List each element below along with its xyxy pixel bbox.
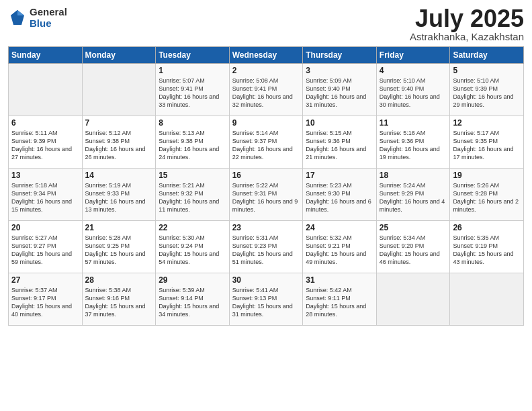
calendar-cell: 28Sunrise: 5:38 AMSunset: 9:16 PMDayligh… xyxy=(82,273,156,326)
calendar-cell: 24Sunrise: 5:32 AMSunset: 9:21 PMDayligh… xyxy=(303,221,377,273)
cell-info: Sunrise: 5:27 AMSunset: 9:27 PMDaylight:… xyxy=(11,234,79,267)
cell-info: Sunrise: 5:42 AMSunset: 9:11 PMDaylight:… xyxy=(306,286,373,319)
calendar-cell: 25Sunrise: 5:34 AMSunset: 9:20 PMDayligh… xyxy=(376,221,450,273)
calendar-cell: 18Sunrise: 5:24 AMSunset: 9:29 PMDayligh… xyxy=(376,169,450,221)
day-number: 20 xyxy=(11,223,79,232)
cell-info: Sunrise: 5:17 AMSunset: 9:35 PMDaylight:… xyxy=(453,129,521,162)
calendar-cell: 14Sunrise: 5:19 AMSunset: 9:33 PMDayligh… xyxy=(82,169,156,221)
cell-info: Sunrise: 5:31 AMSunset: 9:23 PMDaylight:… xyxy=(232,234,300,267)
cell-info: Sunrise: 5:15 AMSunset: 9:36 PMDaylight:… xyxy=(306,129,373,162)
calendar-cell: 22Sunrise: 5:30 AMSunset: 9:24 PMDayligh… xyxy=(156,221,230,273)
week-row-1: 1Sunrise: 5:07 AMSunset: 9:41 PMDaylight… xyxy=(9,64,524,116)
calendar-cell: 4Sunrise: 5:10 AMSunset: 9:40 PMDaylight… xyxy=(376,64,450,116)
calendar-cell: 7Sunrise: 5:12 AMSunset: 9:38 PMDaylight… xyxy=(82,116,156,169)
day-number: 27 xyxy=(11,275,79,285)
day-number: 18 xyxy=(380,171,447,180)
cell-info: Sunrise: 5:24 AMSunset: 9:29 PMDaylight:… xyxy=(380,181,447,214)
cell-info: Sunrise: 5:32 AMSunset: 9:21 PMDaylight:… xyxy=(306,234,373,267)
calendar-cell: 29Sunrise: 5:39 AMSunset: 9:14 PMDayligh… xyxy=(156,273,230,326)
location-title: Astrakhanka, Kazakhstan xyxy=(410,31,524,42)
header-day-wednesday: Wednesday xyxy=(229,47,303,64)
calendar-cell xyxy=(82,64,156,116)
day-number: 2 xyxy=(232,66,300,75)
calendar-cell: 13Sunrise: 5:18 AMSunset: 9:34 PMDayligh… xyxy=(9,169,83,221)
cell-info: Sunrise: 5:08 AMSunset: 9:41 PMDaylight:… xyxy=(232,77,300,109)
cell-info: Sunrise: 5:38 AMSunset: 9:16 PMDaylight:… xyxy=(85,286,153,319)
day-number: 5 xyxy=(453,66,521,75)
calendar-cell: 9Sunrise: 5:14 AMSunset: 9:37 PMDaylight… xyxy=(229,116,303,169)
day-number: 8 xyxy=(159,118,226,128)
day-number: 17 xyxy=(306,171,373,180)
cell-info: Sunrise: 5:12 AMSunset: 9:38 PMDaylight:… xyxy=(85,129,153,162)
calendar-cell xyxy=(450,273,524,326)
week-row-2: 6Sunrise: 5:11 AMSunset: 9:39 PMDaylight… xyxy=(9,116,524,169)
logo-general: General xyxy=(30,7,67,18)
day-number: 26 xyxy=(453,223,521,232)
cell-info: Sunrise: 5:18 AMSunset: 9:34 PMDaylight:… xyxy=(11,181,79,214)
day-number: 13 xyxy=(11,171,79,180)
calendar-cell: 12Sunrise: 5:17 AMSunset: 9:35 PMDayligh… xyxy=(450,116,524,169)
cell-info: Sunrise: 5:14 AMSunset: 9:37 PMDaylight:… xyxy=(232,129,300,162)
calendar-cell: 11Sunrise: 5:16 AMSunset: 9:36 PMDayligh… xyxy=(376,116,450,169)
day-number: 14 xyxy=(85,171,153,180)
calendar-cell: 20Sunrise: 5:27 AMSunset: 9:27 PMDayligh… xyxy=(9,221,83,273)
day-number: 29 xyxy=(159,275,226,285)
day-number: 31 xyxy=(306,275,373,285)
calendar-cell: 26Sunrise: 5:35 AMSunset: 9:19 PMDayligh… xyxy=(450,221,524,273)
calendar-cell: 6Sunrise: 5:11 AMSunset: 9:39 PMDaylight… xyxy=(9,116,83,169)
header-day-sunday: Sunday xyxy=(9,47,83,64)
month-title: July 2025 xyxy=(410,7,524,31)
cell-info: Sunrise: 5:39 AMSunset: 9:14 PMDaylight:… xyxy=(159,286,226,319)
svg-marker-2 xyxy=(11,10,17,15)
cell-info: Sunrise: 5:28 AMSunset: 9:25 PMDaylight:… xyxy=(85,234,153,267)
header-day-saturday: Saturday xyxy=(450,47,524,64)
calendar-cell: 16Sunrise: 5:22 AMSunset: 9:31 PMDayligh… xyxy=(229,169,303,221)
week-row-4: 20Sunrise: 5:27 AMSunset: 9:27 PMDayligh… xyxy=(9,221,524,273)
day-number: 11 xyxy=(380,118,447,128)
day-number: 3 xyxy=(306,66,373,75)
day-number: 25 xyxy=(380,223,447,232)
day-number: 22 xyxy=(159,223,226,232)
calendar-header-row: SundayMondayTuesdayWednesdayThursdayFrid… xyxy=(9,47,524,64)
cell-info: Sunrise: 5:19 AMSunset: 9:33 PMDaylight:… xyxy=(85,181,153,214)
calendar-cell: 31Sunrise: 5:42 AMSunset: 9:11 PMDayligh… xyxy=(303,273,377,326)
svg-marker-1 xyxy=(17,10,24,15)
header-day-tuesday: Tuesday xyxy=(156,47,230,64)
cell-info: Sunrise: 5:22 AMSunset: 9:31 PMDaylight:… xyxy=(232,181,300,214)
header-day-thursday: Thursday xyxy=(303,47,377,64)
calendar-cell: 30Sunrise: 5:41 AMSunset: 9:13 PMDayligh… xyxy=(229,273,303,326)
header-day-monday: Monday xyxy=(82,47,156,64)
day-number: 23 xyxy=(232,223,300,232)
cell-info: Sunrise: 5:09 AMSunset: 9:40 PMDaylight:… xyxy=(306,77,373,109)
cell-info: Sunrise: 5:10 AMSunset: 9:40 PMDaylight:… xyxy=(380,77,447,109)
day-number: 9 xyxy=(232,118,300,128)
cell-info: Sunrise: 5:26 AMSunset: 9:28 PMDaylight:… xyxy=(453,181,521,214)
calendar-cell: 8Sunrise: 5:13 AMSunset: 9:38 PMDaylight… xyxy=(156,116,230,169)
calendar-cell: 2Sunrise: 5:08 AMSunset: 9:41 PMDaylight… xyxy=(229,64,303,116)
logo-icon xyxy=(8,9,27,28)
calendar-container: General Blue July 2025 Astrakhanka, Kaza… xyxy=(0,0,532,332)
week-row-5: 27Sunrise: 5:37 AMSunset: 9:17 PMDayligh… xyxy=(9,273,524,326)
day-number: 21 xyxy=(85,223,153,232)
calendar-cell: 10Sunrise: 5:15 AMSunset: 9:36 PMDayligh… xyxy=(303,116,377,169)
week-row-3: 13Sunrise: 5:18 AMSunset: 9:34 PMDayligh… xyxy=(9,169,524,221)
cell-info: Sunrise: 5:11 AMSunset: 9:39 PMDaylight:… xyxy=(11,129,79,162)
calendar-cell: 3Sunrise: 5:09 AMSunset: 9:40 PMDaylight… xyxy=(303,64,377,116)
logo-blue: Blue xyxy=(30,18,67,30)
calendar-cell: 1Sunrise: 5:07 AMSunset: 9:41 PMDaylight… xyxy=(156,64,230,116)
calendar-cell: 5Sunrise: 5:10 AMSunset: 9:39 PMDaylight… xyxy=(450,64,524,116)
day-number: 15 xyxy=(159,171,226,180)
calendar-cell xyxy=(376,273,450,326)
cell-info: Sunrise: 5:30 AMSunset: 9:24 PMDaylight:… xyxy=(159,234,226,267)
day-number: 19 xyxy=(453,171,521,180)
title-block: July 2025 Astrakhanka, Kazakhstan xyxy=(410,7,524,42)
calendar-cell: 17Sunrise: 5:23 AMSunset: 9:30 PMDayligh… xyxy=(303,169,377,221)
cell-info: Sunrise: 5:35 AMSunset: 9:19 PMDaylight:… xyxy=(453,234,521,267)
calendar-cell: 21Sunrise: 5:28 AMSunset: 9:25 PMDayligh… xyxy=(82,221,156,273)
cell-info: Sunrise: 5:16 AMSunset: 9:36 PMDaylight:… xyxy=(380,129,447,162)
day-number: 24 xyxy=(306,223,373,232)
cell-info: Sunrise: 5:21 AMSunset: 9:32 PMDaylight:… xyxy=(159,181,226,214)
calendar-cell: 27Sunrise: 5:37 AMSunset: 9:17 PMDayligh… xyxy=(9,273,83,326)
cell-info: Sunrise: 5:13 AMSunset: 9:38 PMDaylight:… xyxy=(159,129,226,162)
header-day-friday: Friday xyxy=(376,47,450,64)
